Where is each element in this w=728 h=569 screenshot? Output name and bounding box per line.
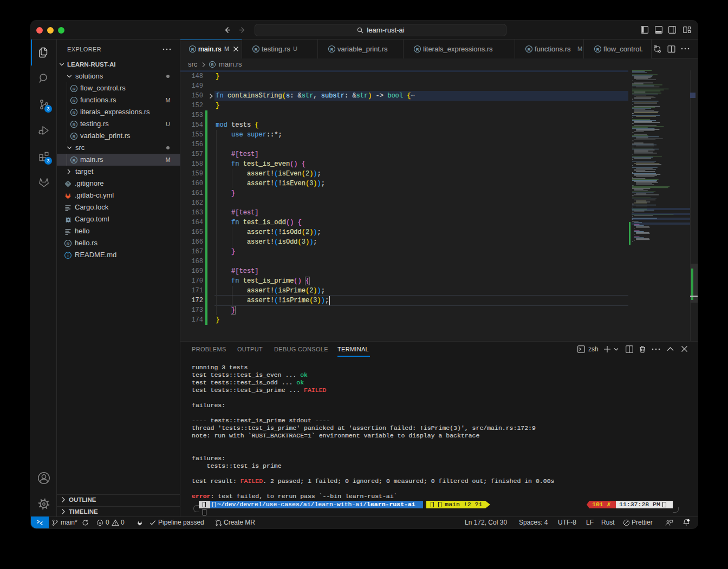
- svg-text:R: R: [416, 47, 419, 52]
- svg-text:R: R: [73, 99, 76, 103]
- svg-text:R: R: [73, 122, 76, 127]
- svg-text:R: R: [596, 47, 600, 52]
- svg-text:R: R: [67, 241, 70, 246]
- svg-text:R: R: [73, 158, 76, 163]
- svg-text:R: R: [73, 110, 76, 115]
- svg-text:R: R: [330, 47, 334, 52]
- svg-text:R: R: [255, 47, 258, 52]
- svg-text:R: R: [73, 134, 76, 139]
- svg-text:R: R: [211, 62, 214, 67]
- svg-text:R: R: [191, 47, 194, 52]
- svg-text:R: R: [528, 47, 531, 52]
- svg-text:R: R: [73, 87, 76, 91]
